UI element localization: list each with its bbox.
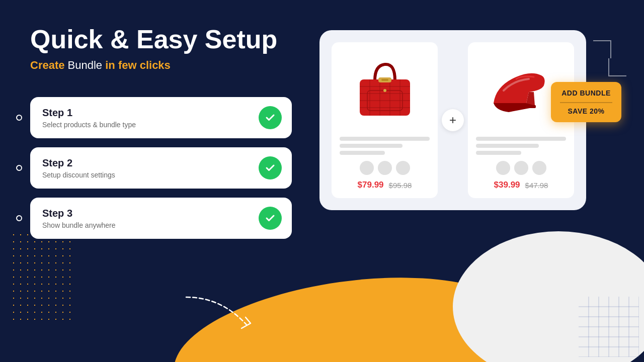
product-1-price-new: $79.99 bbox=[358, 180, 384, 190]
step-2-title: Step 2 bbox=[42, 157, 115, 169]
product-1-circles bbox=[360, 161, 410, 175]
steps-list: Step 1 Select products & bundle type Ste… bbox=[30, 97, 292, 239]
deco-corner-bracket-tl bbox=[593, 40, 611, 58]
right-panel: $79.99 $95.98 + bbox=[292, 25, 614, 210]
product-circle-3 bbox=[396, 161, 410, 175]
subtitle-create: Create bbox=[30, 59, 64, 71]
subtitle-end: in few clicks bbox=[105, 59, 171, 71]
plus-connector: + bbox=[442, 109, 464, 131]
product-1-lines bbox=[340, 137, 430, 155]
svg-rect-22 bbox=[381, 79, 388, 81]
step-2-card: Step 2 Setup discount settings bbox=[30, 147, 292, 189]
step-3-title: Step 3 bbox=[42, 208, 116, 219]
product-2-line-2 bbox=[476, 144, 539, 148]
main-content: Quick & Easy Setup Create Bundle in few … bbox=[0, 0, 644, 362]
step-2-check bbox=[259, 156, 282, 179]
product-2-line-1 bbox=[476, 137, 566, 141]
background: + + Quick & Eas bbox=[0, 0, 644, 362]
deco-corner-bracket-br bbox=[608, 58, 626, 76]
step-1-title: Step 1 bbox=[42, 107, 136, 119]
product-1-image bbox=[340, 50, 430, 131]
product-2-circle-3 bbox=[532, 161, 546, 175]
step-2-description: Setup discount settings bbox=[42, 171, 115, 179]
page-title: Quick & Easy Setup bbox=[30, 25, 292, 54]
step-1-content: Step 1 Select products & bundle type bbox=[42, 107, 136, 129]
product-2-circle-2 bbox=[514, 161, 528, 175]
step-1-check bbox=[259, 106, 282, 129]
dashed-arrow bbox=[181, 292, 262, 334]
product-2-prices: $39.99 $47.98 bbox=[494, 180, 548, 190]
product-line-1 bbox=[340, 137, 430, 141]
left-panel: Quick & Easy Setup Create Bundle in few … bbox=[30, 25, 292, 239]
step-3-description: Show bundle anywhere bbox=[42, 221, 116, 229]
product-2-price-old: $47.98 bbox=[525, 181, 548, 190]
product-2-circle-1 bbox=[496, 161, 510, 175]
subtitle: Create Bundle in few clicks bbox=[30, 59, 292, 72]
product-circle-2 bbox=[378, 161, 392, 175]
product-line-3 bbox=[340, 151, 385, 155]
step-3-card: Step 3 Show bundle anywhere bbox=[30, 198, 292, 239]
product-2-line-3 bbox=[476, 151, 521, 155]
product-1-price-old: $95.98 bbox=[389, 181, 412, 190]
step-1-card: Step 1 Select products & bundle type bbox=[30, 97, 292, 138]
add-bundle-label: ADD BUNDLE bbox=[560, 89, 612, 103]
product-2-lines bbox=[476, 137, 566, 155]
step-3-content: Step 3 Show bundle anywhere bbox=[42, 208, 116, 229]
product-circle-1 bbox=[360, 161, 374, 175]
step-2-content: Step 2 Setup discount settings bbox=[42, 157, 115, 179]
product-2-circles bbox=[496, 161, 546, 175]
save-label: SAVE 20% bbox=[560, 107, 612, 115]
add-bundle-button[interactable]: ADD BUNDLE SAVE 20% bbox=[551, 82, 621, 122]
product-2-price-new: $39.99 bbox=[494, 180, 520, 190]
showcase-card: $79.99 $95.98 + bbox=[319, 30, 586, 210]
product-line-2 bbox=[340, 144, 403, 148]
product-1-prices: $79.99 $95.98 bbox=[358, 180, 412, 190]
step-3-check bbox=[259, 207, 282, 230]
subtitle-middle: Bundle bbox=[64, 59, 105, 71]
svg-point-24 bbox=[383, 89, 386, 92]
product-1-card: $79.99 $95.98 bbox=[332, 42, 438, 198]
step-1-description: Select products & bundle type bbox=[42, 121, 136, 129]
products-row: $79.99 $95.98 + bbox=[332, 42, 574, 198]
